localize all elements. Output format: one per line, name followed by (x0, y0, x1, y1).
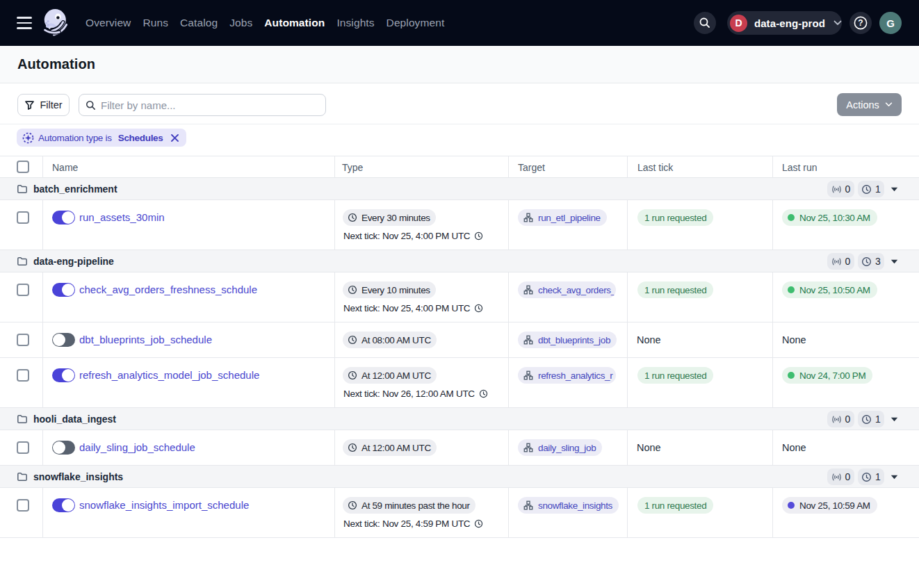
svg-text:?: ? (858, 18, 863, 28)
